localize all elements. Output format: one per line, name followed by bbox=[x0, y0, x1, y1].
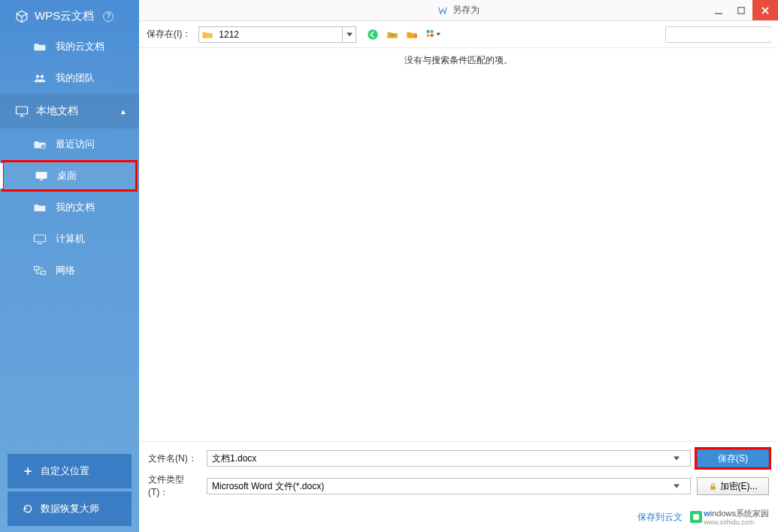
chevron-down-icon[interactable] bbox=[674, 456, 686, 461]
watermark-text: windows系统家园 www.xxhidu.com bbox=[704, 508, 769, 526]
svg-rect-11 bbox=[427, 30, 430, 33]
sidebar-item-label: 我的云文档 bbox=[56, 40, 104, 53]
folder-name: 1212 bbox=[216, 29, 342, 40]
title-text: 另存为 bbox=[453, 4, 480, 17]
search-box bbox=[665, 26, 770, 43]
svg-rect-5 bbox=[40, 180, 44, 181]
main: 另存为 保存在(I)： 1212 bbox=[139, 0, 778, 532]
svg-rect-4 bbox=[36, 172, 47, 179]
sidebar-item-my-documents[interactable]: 我的文档 bbox=[0, 192, 139, 223]
custom-location-button[interactable]: 自定义位置 bbox=[8, 454, 132, 488]
sidebar-item-label: 最近访问 bbox=[56, 138, 95, 151]
app-w-icon bbox=[437, 5, 448, 16]
watermark-icon bbox=[690, 511, 702, 523]
encrypt-button[interactable]: 加密(E)... bbox=[697, 477, 769, 495]
up-folder-button[interactable] bbox=[385, 27, 400, 42]
chevron-down-icon[interactable] bbox=[342, 27, 356, 42]
svg-rect-17 bbox=[693, 514, 699, 520]
chevron-down-icon[interactable] bbox=[674, 484, 686, 488]
network-icon bbox=[33, 264, 47, 277]
sidebar-item-label: 我的团队 bbox=[56, 71, 95, 85]
folder-icon bbox=[199, 29, 216, 40]
save-button[interactable]: 保存(S) bbox=[697, 449, 769, 467]
filetype-value: Microsoft Word 文件(*.docx) bbox=[212, 480, 324, 493]
filename-row: 文件名(N)： 文档1.docx 保存(S) bbox=[148, 449, 769, 467]
button-label: 数据恢复大师 bbox=[41, 502, 99, 515]
filename-input[interactable]: 文档1.docx bbox=[207, 450, 691, 467]
sidebar-item-network[interactable]: 网络 bbox=[0, 255, 139, 286]
svg-point-0 bbox=[36, 75, 40, 79]
back-button[interactable] bbox=[365, 27, 380, 42]
new-folder-button[interactable] bbox=[404, 27, 419, 42]
section-label: 本地文档 bbox=[36, 104, 78, 118]
search-input[interactable] bbox=[666, 29, 778, 40]
maximize-button[interactable] bbox=[730, 0, 752, 20]
filename-label: 文件名(N)： bbox=[148, 452, 201, 465]
save-in-label: 保存在(I)： bbox=[147, 28, 191, 41]
app-root: WPS云文档 ? 我的云文档 我的团队 本地文档 ▲ bbox=[0, 0, 778, 532]
computer-icon bbox=[33, 233, 47, 245]
toolbar: 保存在(I)： 1212 bbox=[139, 21, 778, 48]
sidebar-item-computer[interactable]: 计算机 bbox=[0, 223, 139, 255]
empty-message: 没有与搜索条件匹配的项。 bbox=[404, 54, 513, 67]
window-controls bbox=[707, 0, 778, 20]
svg-rect-7 bbox=[35, 267, 39, 271]
filetype-label: 文件类型(T)： bbox=[148, 473, 201, 499]
svg-rect-16 bbox=[710, 486, 715, 490]
cloud-folder-icon bbox=[33, 41, 47, 53]
svg-rect-13 bbox=[427, 34, 430, 37]
content-area: 没有与搜索条件匹配的项。 bbox=[139, 48, 778, 441]
sidebar-item-label: 网络 bbox=[56, 264, 75, 277]
sidebar-item-desktop[interactable]: 桌面 bbox=[2, 160, 138, 192]
svg-rect-12 bbox=[431, 30, 434, 33]
svg-rect-14 bbox=[431, 34, 434, 37]
plus-icon bbox=[23, 466, 33, 476]
svg-point-10 bbox=[368, 29, 378, 39]
brand-text: WPS云文档 bbox=[35, 9, 94, 23]
view-options-button[interactable] bbox=[424, 27, 445, 42]
chevron-up-icon: ▲ bbox=[120, 107, 127, 116]
filetype-select[interactable]: Microsoft Word 文件(*.docx) bbox=[207, 478, 691, 494]
footer: 文件名(N)： 文档1.docx 保存(S) 文件类型(T)： bbox=[139, 441, 778, 532]
sidebar: WPS云文档 ? 我的云文档 我的团队 本地文档 ▲ bbox=[0, 0, 139, 532]
monitor-icon bbox=[15, 105, 29, 117]
button-label: 自定义位置 bbox=[41, 464, 89, 478]
button-label: 加密(E)... bbox=[720, 480, 758, 493]
recent-folder-icon bbox=[33, 138, 47, 150]
sidebar-item-my-cloud-docs[interactable]: 我的云文档 bbox=[0, 31, 139, 62]
sidebar-item-label: 我的文档 bbox=[56, 201, 95, 214]
close-button[interactable] bbox=[752, 0, 778, 20]
sidebar-item-recent[interactable]: 最近访问 bbox=[0, 128, 139, 160]
watermark: windows系统家园 www.xxhidu.com bbox=[690, 508, 769, 526]
folder-icon bbox=[33, 201, 47, 213]
svg-rect-9 bbox=[738, 7, 744, 13]
save-to-cloud-link[interactable]: 保存到云文 bbox=[637, 511, 683, 524]
lock-icon bbox=[709, 482, 717, 491]
titlebar: 另存为 bbox=[139, 0, 778, 21]
desktop-icon bbox=[35, 170, 48, 182]
svg-rect-8 bbox=[41, 271, 46, 275]
folder-select[interactable]: 1212 bbox=[198, 26, 356, 43]
cube-icon bbox=[15, 11, 29, 23]
minimize-button[interactable] bbox=[707, 0, 730, 20]
sidebar-brand: WPS云文档 ? bbox=[0, 0, 139, 31]
sidebar-item-label: 桌面 bbox=[57, 169, 77, 183]
svg-rect-6 bbox=[35, 235, 46, 242]
sidebar-section-local[interactable]: 本地文档 ▲ bbox=[0, 94, 139, 128]
recover-icon bbox=[23, 503, 33, 514]
team-icon bbox=[33, 72, 47, 84]
button-label: 保存(S) bbox=[718, 452, 748, 465]
svg-rect-2 bbox=[17, 107, 28, 114]
toolbar-icons bbox=[365, 27, 445, 42]
window-title: 另存为 bbox=[437, 4, 480, 17]
footer-links: 保存到云文 windows系统家园 www.xxhidu.com bbox=[148, 505, 769, 526]
sidebar-bottom: 自定义位置 数据恢复大师 bbox=[0, 451, 139, 532]
svg-point-1 bbox=[41, 75, 44, 79]
filetype-row: 文件类型(T)： Microsoft Word 文件(*.docx) 加密(E)… bbox=[148, 473, 769, 499]
help-icon[interactable]: ? bbox=[103, 11, 114, 22]
filename-value: 文档1.docx bbox=[212, 452, 256, 465]
sidebar-item-my-team[interactable]: 我的团队 bbox=[0, 62, 139, 94]
sidebar-item-label: 计算机 bbox=[56, 232, 85, 246]
data-recover-button[interactable]: 数据恢复大师 bbox=[8, 491, 132, 526]
